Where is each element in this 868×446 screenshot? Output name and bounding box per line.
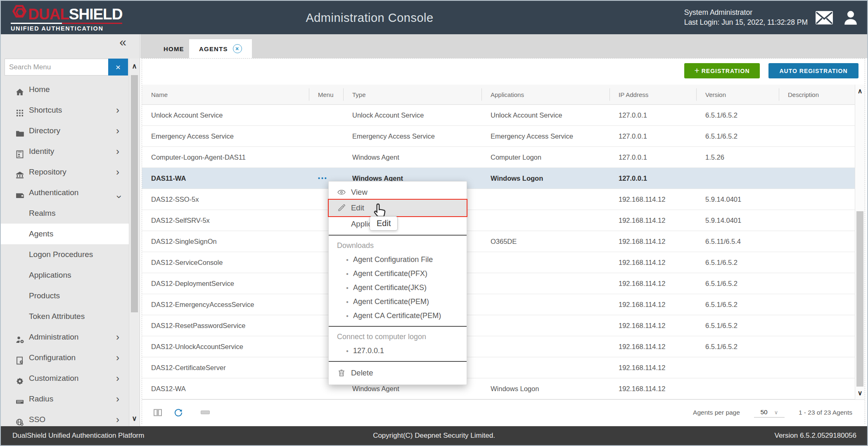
sidebar-item-label: Home [29,85,50,94]
cell-version: 6.5.1/6.5.2 [696,294,779,315]
column-header-ip-address[interactable]: IP Address [609,85,696,104]
menu-item-agent-ca-certificate-pem[interactable]: ●Agent CA Certificate(PEM) [329,309,467,323]
brand-name-red: DUAL [28,7,69,22]
column-header-version[interactable]: Version [696,85,779,104]
column-header-type[interactable]: Type [343,85,481,104]
sidebar-item-directory[interactable]: Directory› [1,120,129,141]
column-header-menu[interactable]: Menu [309,85,343,104]
table-row-das12-selfsrv-5x[interactable]: DAS12-SelfSRV-5x192.168.114.125.9.14.040… [142,210,856,231]
resize-handle[interactable] [201,411,210,414]
user-profile-icon[interactable] [841,9,861,26]
sidebar-item-shortcuts[interactable]: Shortcuts› [1,100,129,120]
cell-applications [481,189,609,210]
search-input[interactable] [5,59,108,76]
table-row-das11-wa[interactable]: DAS11-WA•••Windows AgentWindows Logon127… [142,168,856,189]
table-row-das12-unlockaccountservice[interactable]: DAS12-UnlockAccountService192.168.114.12… [142,336,856,357]
cell-description [779,315,856,336]
table-row-das12-wa[interactable]: DAS12-WAWindows AgentWindows Logon192.16… [142,378,856,399]
menu-item-view[interactable]: View [329,184,467,200]
registration-button[interactable]: + REGISTRATION [684,63,760,78]
sidebar-item-home[interactable]: Home [1,79,129,100]
table-row-das12-deploymentservice[interactable]: DAS12-DeploymentService192.168.114.126.5… [142,273,856,294]
table-scroll-thumb[interactable] [856,211,863,387]
sidebar-item-authentication[interactable]: Authentication› [1,182,129,203]
tab-bar: HOMEAGENTS× [140,34,867,58]
sidebar-item-realms[interactable]: Realms [1,203,129,224]
sidebar-item-products[interactable]: Products [1,286,129,306]
mail-icon[interactable] [814,9,834,26]
app-window: DUALSHIELD UNIFIED AUTHENTICATION Admini… [0,0,868,446]
scroll-down-icon[interactable]: ∨ [129,414,140,423]
sidebar-item-customization[interactable]: Customization› [1,368,129,389]
menu-item-delete[interactable]: Delete [329,365,467,380]
cell-ip: 127.0.0.1 [609,105,696,125]
menu-item-agent-certificate-jks[interactable]: ●Agent Certificate(JKS) [329,281,467,295]
refresh-icon[interactable] [173,408,183,418]
cell-ip: 192.168.114.12 [609,294,696,315]
cell-ip: 127.0.0.1 [609,168,696,189]
cell-ip: 192.168.114.12 [609,378,696,399]
menu-item-agent-certificate-pfx[interactable]: ●Agent Certificate(PFX) [329,267,467,281]
cell-version: 5.9.14.0401 [696,210,779,231]
columns-icon[interactable] [153,408,163,418]
table-row-das12-certificateserver[interactable]: DAS12-CertificateServer192.168.114.12 [142,357,856,378]
cell-menu [309,126,343,146]
sidebar-item-configuration[interactable]: Configuration› [1,347,129,368]
sidebar-item-administration[interactable]: Administration› [1,327,129,347]
sidebar-item-applications[interactable]: Applications [1,265,129,286]
cell-applications: O365DE [481,231,609,252]
sidebar-item-label: Applications [29,271,71,279]
table-scroll-up-icon[interactable]: ∧ [855,87,865,95]
brand-name-white: SHIELD [69,7,123,22]
cell-menu [309,105,343,125]
cell-applications: Unlock Account Service [481,105,609,125]
cell-description [779,252,856,273]
table-row-computer-logon-agent-das11[interactable]: Computer-Logon-Agent-DAS11Windows AgentC… [142,147,856,168]
sidebar-item-repository[interactable]: Repository› [1,162,129,182]
context-menu: ViewEditApplicationsDownloads●Agent Conf… [328,181,467,385]
cell-name: DAS12-ServiceConsole [142,252,309,273]
menu-item-edit[interactable]: Edit [329,200,467,216]
menu-divider [329,326,467,327]
sidebar-item-sso[interactable]: SSO› [1,409,129,426]
row-menu-dots-icon[interactable]: ••• [318,175,328,182]
sidebar-item-radius[interactable]: Radius› [1,389,129,409]
menu-item-agent-certificate-pem[interactable]: ●Agent Certificate(PEM) [329,295,467,309]
table-row-emergency-access-service[interactable]: Emergency Access ServiceEmergency Access… [142,126,856,147]
column-header-name[interactable]: Name [142,85,309,104]
column-header-applications[interactable]: Applications [481,85,609,104]
per-page-select[interactable]: 50 ∨ [754,407,785,418]
cell-version: 5.9.14.0401 [696,189,779,210]
user-name: System Administrator [684,8,808,18]
menu-item-127-0-0-1[interactable]: ●127.0.0.1 [329,344,467,358]
auto-registration-button[interactable]: AUTO REGISTRATION [768,63,859,78]
sidebar-item-logon-procedures[interactable]: Logon Procedures [1,244,129,265]
cell-description [779,273,856,294]
sidebar-scrollbar[interactable]: ∧ ∨ [129,59,140,426]
table-row-das12-singlesignon[interactable]: DAS12-SingleSignOnO365DE192.168.114.126.… [142,231,856,252]
table-row-unlock-account-service[interactable]: Unlock Account ServiceUnlock Account Ser… [142,105,856,126]
sidebar-item-label: Authentication [29,188,78,197]
menu-item-agent-configuration-file[interactable]: ●Agent Configuration File [329,252,467,267]
table-row-das12-serviceconsole[interactable]: DAS12-ServiceConsole192.168.114.126.5.1/… [142,252,856,273]
sidebar-item-identity[interactable]: Identity› [1,141,129,162]
sidebar-item-agents[interactable]: Agents [1,224,129,244]
cell-ip: 127.0.0.1 [609,147,696,168]
tab-agents[interactable]: AGENTS× [189,39,252,58]
table-scroll-down-icon[interactable]: ∨ [855,389,865,397]
column-header-description[interactable]: Description [779,85,856,104]
table-row-das12-resetpasswordservice[interactable]: DAS12-ResetPasswordService192.168.114.12… [142,315,856,336]
table-row-das12-emergencyaccessservice[interactable]: DAS12-EmergencyAccessService192.168.114.… [142,294,856,315]
dualshield-hexagon-icon [11,4,30,22]
scroll-up-icon[interactable]: ∧ [129,62,140,71]
search-clear-button[interactable]: × [108,59,128,76]
close-icon[interactable]: × [233,44,242,53]
table-row-das12-sso-5x[interactable]: DAS12-SSO-5x192.168.114.125.9.14.0401 [142,189,856,210]
table-scrollbar[interactable]: ∧ ∨ [855,85,865,399]
tab-home[interactable]: HOME [154,39,194,58]
cell-version: 1.5.26 [696,147,779,168]
sidebar-scroll-thumb[interactable] [131,75,138,312]
sidebar-collapse-icon[interactable]: « [119,35,126,49]
sidebar-item-token-attributes[interactable]: Token Attributes [1,306,129,327]
gear-icon [15,376,25,386]
